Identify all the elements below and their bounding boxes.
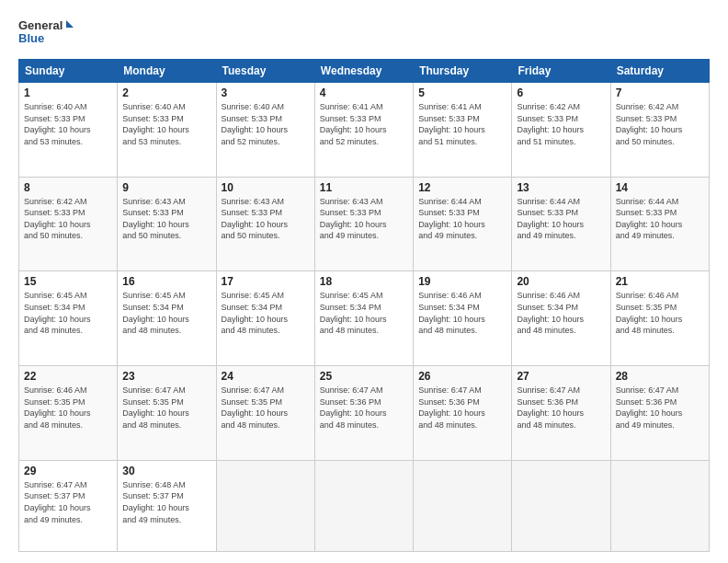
table-row: 3Sunrise: 6:40 AM Sunset: 5:33 PM Daylig… [216, 83, 314, 178]
table-row: 11Sunrise: 6:43 AM Sunset: 5:33 PM Dayli… [314, 177, 413, 271]
weekday-header-saturday: Saturday [610, 60, 709, 83]
weekday-header-tuesday: Tuesday [216, 60, 314, 83]
table-row: 27Sunrise: 6:47 AM Sunset: 5:36 PM Dayli… [512, 366, 610, 461]
day-number: 18 [320, 275, 408, 288]
day-number: 6 [517, 86, 605, 99]
table-row: 8Sunrise: 6:42 AM Sunset: 5:33 PM Daylig… [19, 177, 118, 271]
table-row: 21Sunrise: 6:46 AM Sunset: 5:35 PM Dayli… [610, 271, 709, 366]
day-number: 11 [320, 181, 408, 194]
svg-marker-2 [66, 20, 74, 28]
weekday-header-wednesday: Wednesday [314, 60, 413, 83]
table-row: 25Sunrise: 6:47 AM Sunset: 5:36 PM Dayli… [314, 366, 413, 461]
day-info: Sunrise: 6:44 AM Sunset: 5:33 PM Dayligh… [418, 196, 506, 242]
day-info: Sunrise: 6:46 AM Sunset: 5:34 PM Dayligh… [517, 290, 605, 336]
table-row: 22Sunrise: 6:46 AM Sunset: 5:35 PM Dayli… [19, 366, 118, 461]
day-info: Sunrise: 6:44 AM Sunset: 5:33 PM Dayligh… [517, 196, 605, 242]
day-number: 29 [24, 465, 112, 477]
day-number: 30 [122, 465, 210, 477]
day-number: 12 [418, 181, 506, 194]
table-row [314, 460, 413, 551]
day-number: 19 [418, 275, 506, 288]
table-row [610, 460, 709, 551]
logo: General Blue [18, 17, 74, 50]
day-number: 15 [24, 275, 112, 288]
table-row [414, 460, 512, 551]
day-info: Sunrise: 6:43 AM Sunset: 5:33 PM Dayligh… [122, 196, 210, 242]
weekday-header-sunday: Sunday [19, 60, 118, 83]
day-number: 20 [517, 275, 605, 288]
table-row: 9Sunrise: 6:43 AM Sunset: 5:33 PM Daylig… [118, 177, 216, 271]
day-info: Sunrise: 6:47 AM Sunset: 5:35 PM Dayligh… [122, 385, 210, 431]
calendar-page: General Blue SundayMondayTuesdayWednesda… [0, 0, 728, 563]
table-row: 14Sunrise: 6:44 AM Sunset: 5:33 PM Dayli… [610, 177, 709, 271]
svg-text:Blue: Blue [18, 31, 44, 45]
table-row: 30Sunrise: 6:48 AM Sunset: 5:37 PM Dayli… [118, 460, 216, 551]
day-info: Sunrise: 6:41 AM Sunset: 5:33 PM Dayligh… [418, 101, 506, 147]
table-row: 16Sunrise: 6:45 AM Sunset: 5:34 PM Dayli… [118, 271, 216, 366]
table-row: 23Sunrise: 6:47 AM Sunset: 5:35 PM Dayli… [118, 366, 216, 461]
table-row: 2Sunrise: 6:40 AM Sunset: 5:33 PM Daylig… [118, 83, 216, 178]
day-number: 8 [24, 181, 112, 194]
day-info: Sunrise: 6:44 AM Sunset: 5:33 PM Dayligh… [616, 196, 704, 242]
day-number: 3 [222, 86, 310, 99]
day-info: Sunrise: 6:42 AM Sunset: 5:33 PM Dayligh… [616, 101, 704, 147]
day-number: 28 [616, 370, 704, 383]
day-info: Sunrise: 6:46 AM Sunset: 5:34 PM Dayligh… [418, 290, 506, 336]
day-number: 2 [122, 86, 210, 99]
day-info: Sunrise: 6:40 AM Sunset: 5:33 PM Dayligh… [24, 101, 112, 147]
table-row: 29Sunrise: 6:47 AM Sunset: 5:37 PM Dayli… [19, 460, 118, 551]
table-row: 26Sunrise: 6:47 AM Sunset: 5:36 PM Dayli… [414, 366, 512, 461]
day-number: 4 [320, 86, 408, 99]
day-number: 22 [24, 370, 112, 383]
day-info: Sunrise: 6:40 AM Sunset: 5:33 PM Dayligh… [122, 101, 210, 147]
table-row: 15Sunrise: 6:45 AM Sunset: 5:34 PM Dayli… [19, 271, 118, 366]
day-number: 16 [122, 275, 210, 288]
day-info: Sunrise: 6:45 AM Sunset: 5:34 PM Dayligh… [222, 290, 310, 336]
table-row [512, 460, 610, 551]
logo-svg: General Blue [18, 17, 74, 50]
day-number: 10 [222, 181, 310, 194]
day-number: 21 [616, 275, 704, 288]
svg-text:General: General [18, 18, 63, 32]
day-number: 1 [24, 86, 112, 99]
day-info: Sunrise: 6:47 AM Sunset: 5:37 PM Dayligh… [24, 479, 112, 525]
day-info: Sunrise: 6:47 AM Sunset: 5:36 PM Dayligh… [320, 385, 408, 431]
day-info: Sunrise: 6:42 AM Sunset: 5:33 PM Dayligh… [24, 196, 112, 242]
table-row: 28Sunrise: 6:47 AM Sunset: 5:36 PM Dayli… [610, 366, 709, 461]
calendar-table: SundayMondayTuesdayWednesdayThursdayFrid… [18, 59, 710, 552]
table-row: 6Sunrise: 6:42 AM Sunset: 5:33 PM Daylig… [512, 83, 610, 178]
table-row: 7Sunrise: 6:42 AM Sunset: 5:33 PM Daylig… [610, 83, 709, 178]
day-number: 27 [517, 370, 605, 383]
day-number: 17 [222, 275, 310, 288]
table-row: 18Sunrise: 6:45 AM Sunset: 5:34 PM Dayli… [314, 271, 413, 366]
day-info: Sunrise: 6:43 AM Sunset: 5:33 PM Dayligh… [222, 196, 310, 242]
day-info: Sunrise: 6:47 AM Sunset: 5:36 PM Dayligh… [517, 385, 605, 431]
table-row: 5Sunrise: 6:41 AM Sunset: 5:33 PM Daylig… [414, 83, 512, 178]
day-number: 25 [320, 370, 408, 383]
table-row: 17Sunrise: 6:45 AM Sunset: 5:34 PM Dayli… [216, 271, 314, 366]
day-info: Sunrise: 6:43 AM Sunset: 5:33 PM Dayligh… [320, 196, 408, 242]
day-info: Sunrise: 6:48 AM Sunset: 5:37 PM Dayligh… [122, 479, 210, 525]
day-info: Sunrise: 6:41 AM Sunset: 5:33 PM Dayligh… [320, 101, 408, 147]
day-number: 13 [517, 181, 605, 194]
day-info: Sunrise: 6:42 AM Sunset: 5:33 PM Dayligh… [517, 101, 605, 147]
day-number: 14 [616, 181, 704, 194]
table-row: 19Sunrise: 6:46 AM Sunset: 5:34 PM Dayli… [414, 271, 512, 366]
day-number: 7 [616, 86, 704, 99]
day-number: 24 [222, 370, 310, 383]
day-info: Sunrise: 6:47 AM Sunset: 5:36 PM Dayligh… [418, 385, 506, 431]
table-row: 24Sunrise: 6:47 AM Sunset: 5:35 PM Dayli… [216, 366, 314, 461]
header: General Blue [18, 17, 710, 50]
table-row: 4Sunrise: 6:41 AM Sunset: 5:33 PM Daylig… [314, 83, 413, 178]
table-row: 20Sunrise: 6:46 AM Sunset: 5:34 PM Dayli… [512, 271, 610, 366]
day-number: 5 [418, 86, 506, 99]
table-row: 12Sunrise: 6:44 AM Sunset: 5:33 PM Dayli… [414, 177, 512, 271]
day-info: Sunrise: 6:40 AM Sunset: 5:33 PM Dayligh… [222, 101, 310, 147]
table-row: 10Sunrise: 6:43 AM Sunset: 5:33 PM Dayli… [216, 177, 314, 271]
weekday-header-thursday: Thursday [414, 60, 512, 83]
table-row: 1Sunrise: 6:40 AM Sunset: 5:33 PM Daylig… [19, 83, 118, 178]
day-info: Sunrise: 6:46 AM Sunset: 5:35 PM Dayligh… [24, 385, 112, 431]
weekday-header-monday: Monday [118, 60, 216, 83]
table-row [216, 460, 314, 551]
day-number: 9 [122, 181, 210, 194]
